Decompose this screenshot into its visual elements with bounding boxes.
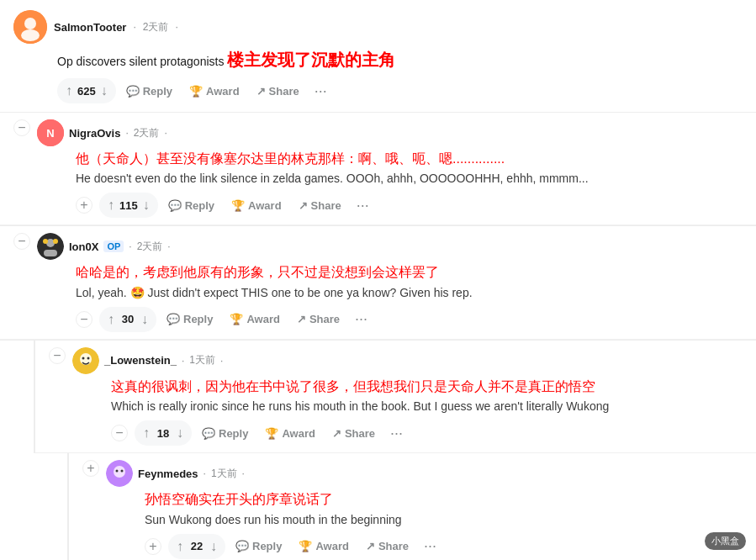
post-upvote-btn[interactable]: ↑ — [64, 82, 74, 100]
comment-c3r1-award-btn[interactable]: 🏆 Award — [292, 536, 356, 556]
comment-c3-share-btn[interactable]: ↗ Share — [325, 424, 382, 443]
post-reply-icon: 💬 — [126, 85, 140, 98]
post-timestamp: 2天前 — [143, 20, 169, 34]
comment-c2-count: 30 — [119, 313, 136, 325]
comment-c3r1-share-btn[interactable]: ↗ Share — [359, 536, 415, 556]
post-share-btn[interactable]: ↗ Share — [250, 82, 306, 101]
comment-c3r1-share-icon: ↗ — [366, 540, 375, 552]
comment-c3-reply-btn[interactable]: 💬 Reply — [195, 424, 255, 443]
svg-point-8 — [43, 239, 48, 244]
comment-c1-award-label: Award — [248, 199, 282, 212]
comment-c2-share-label: Share — [309, 313, 340, 325]
comment-c3r1-vote[interactable]: ↑ 22 ↓ — [168, 534, 225, 559]
comment-c1-reply-btn[interactable]: 💬 Reply — [161, 196, 221, 215]
comment-c1-actions: + ↑ 115 ↓ 💬 Reply 🏆 Award — [76, 193, 743, 218]
comment-c1-translated: 他（天命人）甚至没有像塞尔达里的林克那样：啊、哦、呃、嗯............… — [76, 150, 743, 168]
comment-lowenstein: − _Lowenstein_ · 1天前 · 这 — [34, 341, 756, 453]
comment-c1-username: NigraOvis — [69, 127, 120, 140]
post-share-icon: ↗ — [256, 85, 266, 98]
comment-c3-content: 这真的很讽刺，因为他在书中说了很多，但我想我们只是天命人并不是真正的悟空 Whi… — [111, 378, 743, 446]
comment-c3r1-more-btn[interactable]: ··· — [419, 536, 441, 557]
comment-c3-timestamp: 1天前 — [189, 353, 215, 367]
comment-c3r1-share-label: Share — [378, 540, 409, 552]
comment-c1-vote[interactable]: ↑ 115 ↓ — [99, 193, 158, 218]
comment-c3-award-btn[interactable]: 🏆 Award — [258, 424, 322, 443]
post-container: SalmonTooter · 2天前 · Op discovers silent… — [0, 0, 756, 103]
comment-c3-translated: 这真的很讽刺，因为他在书中说了很多，但我想我们只是天命人并不是真正的悟空 — [111, 378, 743, 396]
comment-c2-vote[interactable]: ↑ 30 ↓ — [99, 307, 156, 332]
comment-c2-avatar — [37, 233, 64, 260]
comment-c2-award-btn[interactable]: 🏆 Award — [223, 309, 287, 329]
collapse-btn-c1[interactable]: − — [13, 119, 30, 136]
comment-c1-reply-icon: 💬 — [168, 199, 182, 212]
post-username: SalmonTooter — [54, 21, 126, 34]
comment-c3r1-downvote[interactable]: ↓ — [209, 537, 219, 556]
post-action-bar: ↑ 625 ↓ 💬 Reply 🏆 Award ↗ Share ··· — [57, 78, 743, 103]
comment-c2-share-icon: ↗ — [297, 313, 306, 325]
comment-c1-header: N NigraOvis · 2天前 · — [37, 119, 743, 146]
comment-feynmedes: + Feynmedes · 1天前 · 孙悟空确实在开头的序章说话了 — [67, 453, 756, 560]
comment-c2-reply-label: Reply — [183, 313, 213, 325]
comment-c3r1-upvote[interactable]: ↑ — [175, 537, 185, 556]
comment-c3-downvote[interactable]: ↓ — [175, 424, 185, 442]
comment-c3-more-btn[interactable]: ··· — [385, 423, 408, 444]
post-more-btn[interactable]: ··· — [309, 81, 332, 102]
comment-c2-op-badge: OP — [103, 240, 124, 252]
comment-c2-downvote[interactable]: ↓ — [140, 310, 150, 329]
post-avatar — [13, 10, 47, 44]
comment-c3-actions: − ↑ 18 ↓ 💬 Reply 🏆 Award — [111, 420, 743, 446]
comment-c3-vote[interactable]: ↑ 18 ↓ — [135, 420, 192, 446]
comment-c3-count: 18 — [155, 427, 172, 440]
comment-c3r1-reply-btn[interactable]: 💬 Reply — [229, 536, 288, 556]
collapse-btn-c3[interactable]: − — [49, 347, 66, 364]
comment-c3r1-avatar — [106, 460, 133, 487]
post-award-label: Award — [206, 85, 240, 98]
comment-c2-actions: − ↑ 30 ↓ 💬 Reply 🏆 Award — [76, 307, 743, 332]
collapse-btn-c2-inline[interactable]: − — [76, 311, 93, 328]
comment-c3r1-content: 孙悟空确实在开头的序章说话了 Sun Wukong does run his m… — [145, 490, 743, 558]
comment-c3r1-award-icon: 🏆 — [299, 540, 312, 552]
comment-c3r1-timestamp: 1天前 — [211, 467, 237, 481]
svg-point-15 — [114, 466, 125, 478]
svg-point-1 — [24, 18, 36, 29]
post-award-btn[interactable]: 🏆 Award — [182, 82, 246, 101]
comment-c3-share-icon: ↗ — [332, 427, 341, 440]
watermark: 小黑盒 — [705, 532, 746, 550]
collapse-btn-c2[interactable]: − — [13, 233, 30, 250]
collapse-btn-c3-inline[interactable]: − — [111, 425, 128, 441]
comment-c1-reply-label: Reply — [185, 199, 214, 212]
post-title-original: Op discovers silent protagonists — [57, 55, 224, 68]
svg-rect-7 — [44, 250, 57, 256]
comment-c2-reply-btn[interactable]: 💬 Reply — [160, 309, 219, 329]
comment-c1-avatar: N — [37, 119, 64, 146]
comment-c3-upvote[interactable]: ↑ — [141, 424, 151, 442]
comment-c2-upvote[interactable]: ↑ — [106, 310, 116, 329]
comment-c1-upvote[interactable]: ↑ — [106, 196, 116, 214]
post-downvote-btn[interactable]: ↓ — [99, 82, 109, 100]
comment-c3-original: Which is really ironic since he runs his… — [111, 398, 743, 415]
comment-c2-award-label: Award — [246, 313, 280, 325]
comment-c1-more-btn[interactable]: ··· — [352, 195, 374, 216]
comment-c2-translated: 哈哈是的，考虑到他原有的形象，只不过是没想到会这样罢了 — [76, 263, 743, 282]
comment-c2-original: Lol, yeah. 🤩 Just didn't expect THIS one… — [76, 284, 743, 302]
post-title-translated: 楼主发现了沉默的主角 — [227, 50, 395, 69]
collapse-btn-c3r1[interactable]: + — [82, 460, 99, 477]
comment-c3-header: _Lowenstein_ · 1天前 · — [72, 347, 743, 374]
comment-c1-downvote[interactable]: ↓ — [141, 196, 151, 214]
comment-c3r1-reply-icon: 💬 — [235, 540, 249, 552]
comment-c2-more-btn[interactable]: ··· — [350, 309, 373, 330]
post-vote-section[interactable]: ↑ 625 ↓ — [57, 78, 116, 103]
comment-c3-award-icon: 🏆 — [265, 427, 278, 440]
post-header: SalmonTooter · 2天前 · — [13, 10, 743, 44]
comment-c1-share-btn[interactable]: ↗ Share — [292, 196, 348, 215]
post-reply-btn[interactable]: 💬 Reply — [119, 82, 179, 101]
collapse-btn-c3r1-inline[interactable]: + — [145, 538, 161, 555]
comment-c1-timestamp: 2天前 — [134, 126, 160, 140]
comment-c1-award-btn[interactable]: 🏆 Award — [225, 196, 288, 215]
collapse-btn-c1-inline[interactable]: + — [76, 197, 93, 214]
comment-c2-username: Ion0X — [69, 240, 98, 253]
comment-c3r1-actions: + ↑ 22 ↓ 💬 Reply 🏆 Award — [145, 534, 743, 559]
comment-c1-award-icon: 🏆 — [231, 199, 245, 212]
comment-c2-share-btn[interactable]: ↗ Share — [290, 309, 346, 329]
comment-ion0x: − Ion0X OP · 2天前 · — [0, 226, 756, 339]
